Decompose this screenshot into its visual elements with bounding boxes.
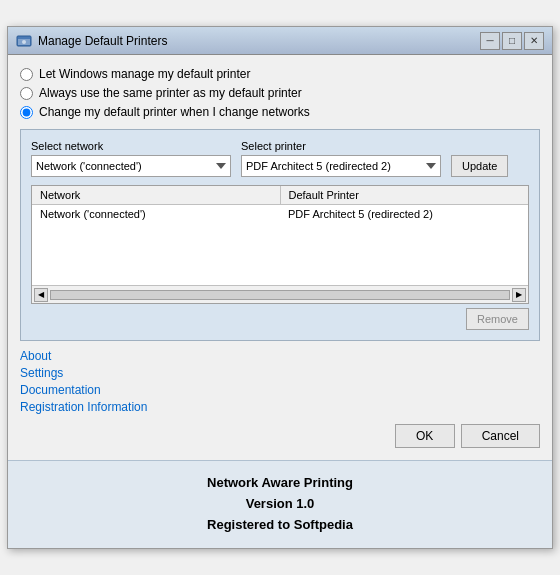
settings-link[interactable]: Settings <box>20 366 540 380</box>
bottom-buttons: OK Cancel <box>20 424 540 448</box>
printer-table: Network Default Printer Network ('connec… <box>31 185 529 304</box>
table-row[interactable]: Network ('connected') PDF Architect 5 (r… <box>32 205 528 223</box>
selects-row: Select network Network ('connected') Sel… <box>31 140 529 177</box>
footer-line1: Network Aware Printing <box>20 473 540 494</box>
registration-link[interactable]: Registration Information <box>20 400 540 414</box>
title-buttons: ─ □ ✕ <box>480 32 544 50</box>
radio-option2[interactable] <box>20 87 33 100</box>
network-label: Select network <box>31 140 231 152</box>
footer-banner: Network Aware Printing Version 1.0 Regis… <box>8 460 552 547</box>
radio-option3[interactable] <box>20 106 33 119</box>
radio-group: Let Windows manage my default printer Al… <box>20 67 540 119</box>
documentation-link[interactable]: Documentation <box>20 383 540 397</box>
radio-label-3[interactable]: Change my default printer when I change … <box>39 105 310 119</box>
printer-label: Select printer <box>241 140 441 152</box>
table-cell-network: Network ('connected') <box>32 205 280 223</box>
radio-label-2[interactable]: Always use the same printer as my defaul… <box>39 86 302 100</box>
radio-item-1: Let Windows manage my default printer <box>20 67 540 81</box>
network-printer-panel: Select network Network ('connected') Sel… <box>20 129 540 341</box>
ok-button[interactable]: OK <box>395 424 455 448</box>
radio-label-1[interactable]: Let Windows manage my default printer <box>39 67 250 81</box>
scroll-track[interactable] <box>50 290 510 300</box>
maximize-button[interactable]: □ <box>502 32 522 50</box>
close-button[interactable]: ✕ <box>524 32 544 50</box>
radio-item-2: Always use the same printer as my defaul… <box>20 86 540 100</box>
about-link[interactable]: About <box>20 349 540 363</box>
col-network-header: Network <box>32 186 281 204</box>
printer-select[interactable]: PDF Architect 5 (redirected 2) <box>241 155 441 177</box>
window-body: Let Windows manage my default printer Al… <box>8 55 552 460</box>
network-col: Select network Network ('connected') <box>31 140 231 177</box>
update-button[interactable]: Update <box>451 155 508 177</box>
table-header: Network Default Printer <box>32 186 528 205</box>
table-cell-printer: PDF Architect 5 (redirected 2) <box>280 205 528 223</box>
remove-row: Remove <box>31 308 529 330</box>
minimize-button[interactable]: ─ <box>480 32 500 50</box>
footer-line2: Version 1.0 <box>20 494 540 515</box>
radio-option1[interactable] <box>20 68 33 81</box>
cancel-button[interactable]: Cancel <box>461 424 540 448</box>
window-icon <box>16 33 32 49</box>
window-title: Manage Default Printers <box>38 34 167 48</box>
title-bar: Manage Default Printers ─ □ ✕ <box>8 27 552 55</box>
printer-col: Select printer PDF Architect 5 (redirect… <box>241 140 441 177</box>
svg-point-2 <box>22 40 26 44</box>
scroll-left-arrow[interactable]: ◀ <box>34 288 48 302</box>
table-scroll-area[interactable]: Network ('connected') PDF Architect 5 (r… <box>32 205 528 285</box>
radio-item-3: Change my default printer when I change … <box>20 105 540 119</box>
footer-line3: Registered to Softpedia <box>20 515 540 536</box>
horizontal-scrollbar[interactable]: ◀ ▶ <box>32 285 528 303</box>
main-window: Manage Default Printers ─ □ ✕ Let Window… <box>7 26 553 548</box>
scroll-right-arrow[interactable]: ▶ <box>512 288 526 302</box>
remove-button[interactable]: Remove <box>466 308 529 330</box>
links-area: About Settings Documentation Registratio… <box>20 349 540 414</box>
title-bar-left: Manage Default Printers <box>16 33 167 49</box>
col-printer-header: Default Printer <box>281 186 529 204</box>
network-select[interactable]: Network ('connected') <box>31 155 231 177</box>
